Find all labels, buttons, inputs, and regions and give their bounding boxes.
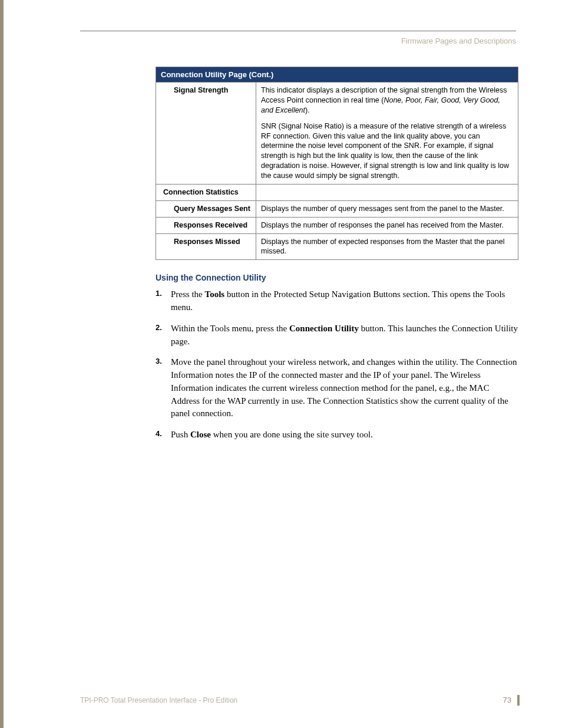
row-label: Responses Received xyxy=(156,217,256,233)
step-text: Press the xyxy=(171,289,205,299)
connection-utility-table: Connection Utility Page (Cont.) Signal S… xyxy=(156,67,518,260)
page: Firmware Pages and Descriptions Connecti… xyxy=(0,0,562,728)
desc-paragraph: This indicator displays a description of… xyxy=(261,85,513,116)
footer-page-number: 73 xyxy=(503,695,520,706)
table-row: Responses Missed Displays the number of … xyxy=(156,233,518,260)
section-heading: Using the Connection Utility xyxy=(156,273,518,282)
list-item: Within the Tools menu, press the Connect… xyxy=(156,322,518,348)
page-footer: TPI-PRO Total Presentation Interface - P… xyxy=(80,695,520,706)
step-text-bold: Tools xyxy=(205,289,225,299)
row-label: Connection Statistics xyxy=(156,184,256,200)
step-text: when you are done using the site survey … xyxy=(211,430,373,439)
row-label: Responses Missed xyxy=(156,233,256,260)
header-section-title: Firmware Pages and Descriptions xyxy=(401,37,516,45)
list-item: Push Close when you are done using the s… xyxy=(156,429,518,442)
table-header-row: Connection Utility Page (Cont.) xyxy=(156,67,518,83)
row-label: Query Messages Sent xyxy=(156,200,256,217)
step-text: Within the Tools menu, press the xyxy=(171,324,289,333)
desc-paragraph: SNR (Signal Noise Ratio) is a measure of… xyxy=(261,121,513,181)
main-content: Connection Utility Page (Cont.) Signal S… xyxy=(156,67,518,450)
step-text-bold: Close xyxy=(190,430,211,439)
row-desc: Displays the number of query messages se… xyxy=(256,200,518,217)
row-desc: Displays the number of expected response… xyxy=(256,233,518,260)
table-row: Query Messages Sent Displays the number … xyxy=(156,200,518,217)
row-desc: This indicator displays a description of… xyxy=(256,83,518,185)
list-item: Move the panel throughout your wireless … xyxy=(156,356,518,420)
list-item: Press the Tools button in the Protected … xyxy=(156,288,518,314)
desc-text: ). xyxy=(305,106,310,114)
row-desc xyxy=(256,184,518,200)
footer-doc-title: TPI-PRO Total Presentation Interface - P… xyxy=(80,696,237,704)
step-text: Move the panel throughout your wireless … xyxy=(171,357,517,418)
header-rule xyxy=(80,31,516,31)
step-text-bold: Connection Utility xyxy=(289,324,359,333)
table-row: Signal Strength This indicator displays … xyxy=(156,83,518,185)
row-label: Signal Strength xyxy=(156,83,256,185)
row-desc: Displays the number of responses the pan… xyxy=(256,217,518,233)
table-row: Responses Received Displays the number o… xyxy=(156,217,518,233)
table-row: Connection Statistics xyxy=(156,184,518,200)
step-text: Push xyxy=(171,430,190,439)
steps-list: Press the Tools button in the Protected … xyxy=(156,288,518,442)
table-title: Connection Utility Page (Cont.) xyxy=(156,67,518,83)
